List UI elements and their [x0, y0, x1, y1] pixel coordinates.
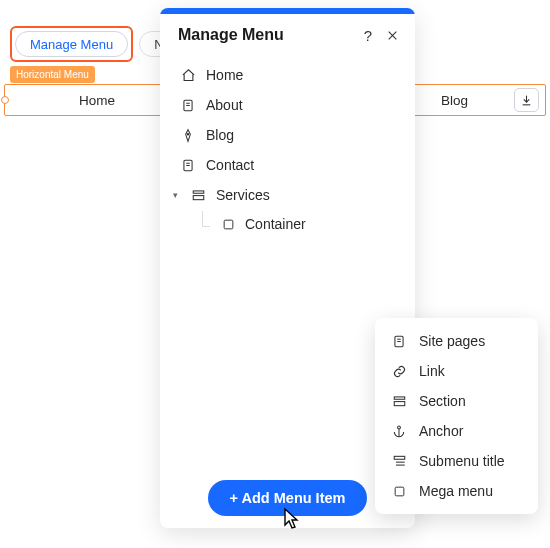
popover-option-label: Mega menu [419, 483, 493, 499]
tree-guide-icon [202, 211, 210, 227]
page-icon [180, 98, 196, 113]
section-icon [391, 394, 407, 408]
svg-rect-13 [394, 397, 405, 399]
svg-point-15 [398, 426, 401, 429]
page-icon [391, 334, 407, 349]
submenu-item-label: Container [245, 216, 306, 232]
popover-option-label: Submenu title [419, 453, 505, 469]
manage-menu-chip[interactable]: Manage Menu [15, 31, 128, 57]
popover-option-site-pages[interactable]: Site pages [375, 326, 538, 356]
download-icon [520, 94, 533, 107]
panel-title: Manage Menu [178, 26, 284, 44]
menu-item-label: About [206, 97, 243, 113]
square-icon [391, 485, 407, 498]
pen-icon [180, 128, 196, 143]
page-icon [180, 158, 196, 173]
home-icon [180, 68, 196, 83]
popover-option-label: Site pages [419, 333, 485, 349]
chevron-down-icon[interactable]: ▾ [170, 190, 180, 200]
anchor-icon [391, 424, 407, 439]
help-button[interactable]: ? [364, 27, 372, 44]
link-icon [391, 364, 407, 379]
popover-option-mega-menu[interactable]: Mega menu [375, 476, 538, 506]
menu-item-blog[interactable]: Blog [170, 120, 405, 150]
horizontal-menu-item-home[interactable]: Home [79, 93, 115, 108]
popover-option-label: Section [419, 393, 466, 409]
svg-rect-20 [395, 487, 404, 496]
popover-option-label: Link [419, 363, 445, 379]
menu-item-services[interactable]: ▾ Services [170, 180, 405, 210]
menu-item-label: Home [206, 67, 243, 83]
horizontal-menu-badge: Horizontal Menu [10, 66, 95, 83]
svg-rect-8 [193, 196, 204, 200]
popover-option-anchor[interactable]: Anchor [375, 416, 538, 446]
menu-item-home[interactable]: Home [170, 60, 405, 90]
close-button[interactable] [386, 29, 399, 42]
panel-body: Home About Blog Contact ▾ Services [160, 54, 415, 238]
download-button[interactable] [514, 88, 539, 112]
menu-item-contact[interactable]: Contact [170, 150, 405, 180]
selection-handle-icon[interactable] [1, 96, 9, 104]
add-menu-item-popover: Site pages Link Section Anchor Submenu t… [375, 318, 538, 514]
submenu-icon [391, 454, 407, 468]
add-menu-item-button[interactable]: + Add Menu Item [208, 480, 368, 516]
svg-rect-17 [394, 456, 405, 459]
square-icon [222, 218, 235, 231]
submenu-item-container[interactable]: Container [170, 210, 405, 238]
section-icon [190, 188, 206, 202]
panel-header: Manage Menu ? [160, 14, 415, 54]
close-icon [386, 29, 399, 42]
menu-item-label: Services [216, 187, 270, 203]
svg-rect-14 [394, 402, 405, 406]
menu-item-label: Blog [206, 127, 234, 143]
manage-menu-highlight: Manage Menu [10, 26, 133, 62]
popover-option-section[interactable]: Section [375, 386, 538, 416]
popover-option-submenu-title[interactable]: Submenu title [375, 446, 538, 476]
menu-item-label: Contact [206, 157, 254, 173]
svg-rect-7 [193, 191, 204, 193]
horizontal-menu-item-blog[interactable]: Blog [441, 93, 468, 108]
svg-point-3 [187, 133, 188, 134]
popover-option-label: Anchor [419, 423, 463, 439]
menu-item-about[interactable]: About [170, 90, 405, 120]
svg-rect-9 [224, 220, 233, 229]
popover-option-link[interactable]: Link [375, 356, 538, 386]
